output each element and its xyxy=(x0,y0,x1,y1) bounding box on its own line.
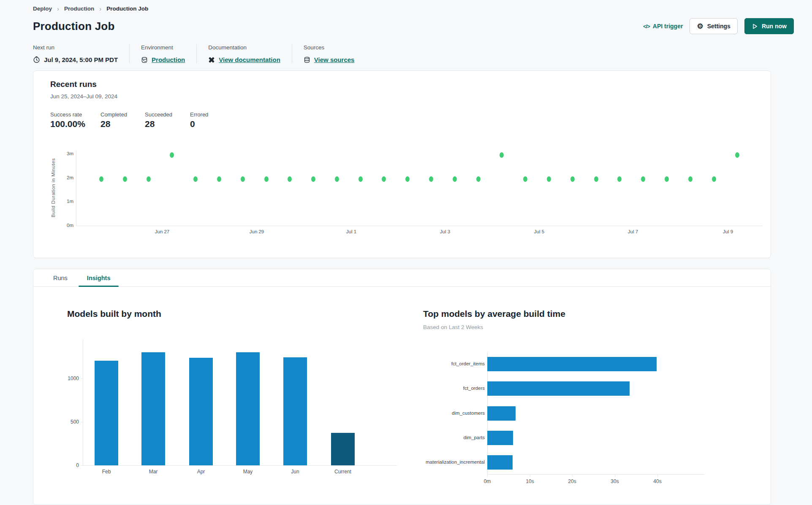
run-now-button[interactable]: Run now xyxy=(744,18,794,34)
breadcrumb-item-deploy[interactable]: Deploy xyxy=(33,5,52,12)
gear-icon: ⚙ xyxy=(697,23,703,30)
scatter-x-tick-label: Jun 27 xyxy=(145,229,179,234)
scatter-y-tick-label: 2m xyxy=(52,175,73,180)
run-scatter-dot[interactable] xyxy=(641,176,645,182)
code-icon: </> xyxy=(643,23,650,30)
scatter-x-tick-label: Jul 1 xyxy=(334,229,368,234)
settings-label: Settings xyxy=(707,23,731,30)
run-scatter-dot[interactable] xyxy=(735,152,739,158)
info-next-run: Next run Jul 9, 2024, 5:00 PM PDT xyxy=(33,44,129,63)
sources-label: Sources xyxy=(304,44,355,51)
settings-button[interactable]: ⚙ Settings xyxy=(690,18,737,34)
run-scatter-dot[interactable] xyxy=(476,176,481,182)
run-scatter-dot[interactable] xyxy=(193,176,198,182)
build-time-bar[interactable] xyxy=(487,381,630,396)
model-name-label: materialization_incremental xyxy=(363,459,485,464)
insights-card: Runs Insights Models built by month Top … xyxy=(33,269,771,505)
environment-icon xyxy=(141,57,148,63)
run-scatter-dot[interactable] xyxy=(241,176,245,182)
run-scatter-dot[interactable] xyxy=(382,176,386,182)
production-job-page: Deploy › Production › Production Job Pro… xyxy=(0,0,812,505)
run-now-label: Run now xyxy=(762,23,787,30)
run-scatter-dot[interactable] xyxy=(405,176,410,182)
model-name-label: dim_customers xyxy=(363,410,485,416)
scatter-y-tick-label: 1m xyxy=(52,199,73,204)
chevron-right-icon: › xyxy=(99,5,101,12)
hbar-x-tick-label: 0m xyxy=(475,478,500,484)
model-name-label: fct_orders xyxy=(363,386,485,391)
scatter-x-tick-label: Jul 5 xyxy=(522,229,556,234)
build-time-bar[interactable] xyxy=(487,455,513,470)
scatter-x-tick-label: Jul 7 xyxy=(616,229,650,234)
build-duration-scatter-chart: Build Duration in Minutes 0m1m2m3mJun 27… xyxy=(33,71,771,258)
breadcrumb-item-production[interactable]: Production xyxy=(64,5,94,12)
run-scatter-dot[interactable] xyxy=(264,176,269,182)
build-time-bar[interactable] xyxy=(487,406,516,421)
model-name-label: dim_parts xyxy=(363,435,485,440)
dbt-logo-icon xyxy=(208,57,215,63)
scatter-y-axis-title: Build Duration in Minutes xyxy=(51,146,56,230)
api-trigger-link[interactable]: </> API trigger xyxy=(643,23,683,30)
run-scatter-dot[interactable] xyxy=(500,152,504,158)
breadcrumb: Deploy › Production › Production Job xyxy=(33,5,794,12)
build-time-bar[interactable] xyxy=(487,431,513,445)
hbar-x-tick-label: 20s xyxy=(559,478,585,484)
hbar-x-axis-line xyxy=(487,474,705,475)
run-scatter-dot[interactable] xyxy=(665,176,669,182)
hbar-x-tick-mark xyxy=(530,474,530,477)
run-scatter-dot[interactable] xyxy=(429,176,433,182)
page-header: Deploy › Production › Production Job Pro… xyxy=(0,0,812,63)
run-scatter-dot[interactable] xyxy=(217,176,221,182)
scatter-x-tick-label: Jul 9 xyxy=(711,229,745,234)
hbar-x-tick-mark xyxy=(572,474,573,477)
environment-link[interactable]: Production xyxy=(152,56,185,63)
run-scatter-dot[interactable] xyxy=(453,176,457,182)
run-scatter-dot[interactable] xyxy=(311,176,315,182)
hbar-x-tick-label: 10s xyxy=(517,478,543,484)
view-documentation-link[interactable]: View documentation xyxy=(219,56,280,63)
run-scatter-dot[interactable] xyxy=(523,176,527,182)
run-scatter-dot[interactable] xyxy=(170,152,174,158)
environment-label: Environment xyxy=(141,44,185,51)
breadcrumb-item-production-job: Production Job xyxy=(106,5,148,12)
info-sources: Sources View sources xyxy=(292,44,366,63)
run-scatter-dot[interactable] xyxy=(688,176,693,182)
scatter-y-axis-line xyxy=(76,150,76,226)
recent-runs-card: Recent runs Jun 25, 2024–Jul 09, 2024 Su… xyxy=(33,70,771,258)
run-scatter-dot[interactable] xyxy=(335,176,339,182)
scatter-y-tick-label: 3m xyxy=(52,151,73,156)
chevron-right-icon: › xyxy=(57,5,59,12)
run-scatter-dot[interactable] xyxy=(99,176,103,182)
api-trigger-label: API trigger xyxy=(653,23,683,30)
title-row: Production Job </> API trigger ⚙ Setting… xyxy=(33,18,794,34)
scatter-x-axis-line xyxy=(76,226,763,226)
clock-icon xyxy=(33,56,40,63)
header-actions: </> API trigger ⚙ Settings Run now xyxy=(643,18,794,34)
database-icon xyxy=(304,57,310,63)
run-scatter-dot[interactable] xyxy=(594,176,598,182)
hbar-x-tick-mark xyxy=(657,474,658,477)
hbar-x-tick-mark xyxy=(487,474,488,477)
build-time-bar[interactable] xyxy=(487,357,657,371)
scatter-x-tick-label: Jul 3 xyxy=(428,229,462,234)
next-run-label: Next run xyxy=(33,44,118,51)
next-run-value: Jul 9, 2024, 5:00 PM PDT xyxy=(44,56,118,63)
run-scatter-dot[interactable] xyxy=(712,176,716,182)
top-models-chart: 0m10s20s30s40sfct_order_itemsfct_ordersd… xyxy=(33,269,771,505)
run-scatter-dot[interactable] xyxy=(288,176,292,182)
run-scatter-dot[interactable] xyxy=(570,176,575,182)
run-scatter-dot[interactable] xyxy=(147,176,151,182)
run-scatter-dot[interactable] xyxy=(123,176,127,182)
run-scatter-dot[interactable] xyxy=(617,176,622,182)
page-title: Production Job xyxy=(33,20,114,33)
run-scatter-dot[interactable] xyxy=(547,176,551,182)
job-info-row: Next run Jul 9, 2024, 5:00 PM PDT Enviro… xyxy=(33,44,794,63)
hbar-x-tick-label: 30s xyxy=(602,478,627,484)
view-sources-link[interactable]: View sources xyxy=(314,56,355,63)
model-name-label: fct_order_items xyxy=(363,361,485,366)
hbar-x-tick-label: 40s xyxy=(645,478,670,484)
info-environment: Environment Production xyxy=(129,44,196,63)
run-scatter-dot[interactable] xyxy=(358,176,363,182)
scatter-x-tick-label: Jun 29 xyxy=(240,229,274,234)
hbar-x-tick-mark xyxy=(615,474,615,477)
